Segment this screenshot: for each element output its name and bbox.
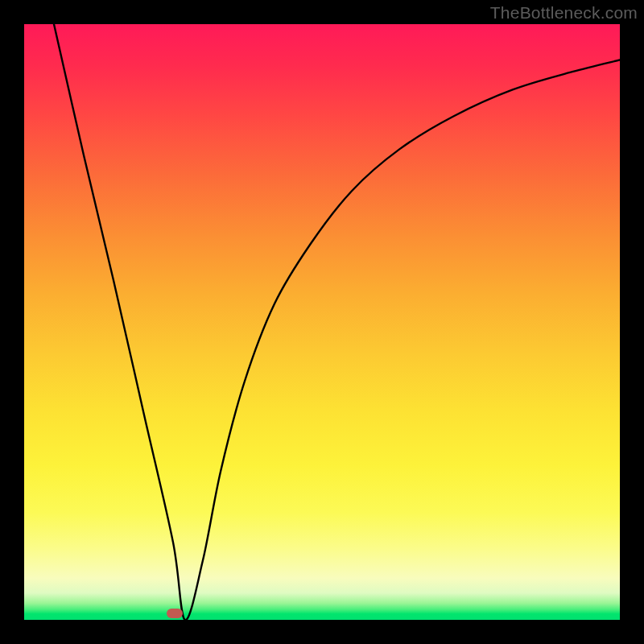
plot-area xyxy=(24,24,620,620)
watermark-text: TheBottleneck.com xyxy=(490,3,638,23)
curve-path xyxy=(54,24,620,620)
bottleneck-curve xyxy=(24,24,620,620)
optimal-point-marker xyxy=(167,609,183,618)
chart-frame: TheBottleneck.com xyxy=(0,0,644,644)
